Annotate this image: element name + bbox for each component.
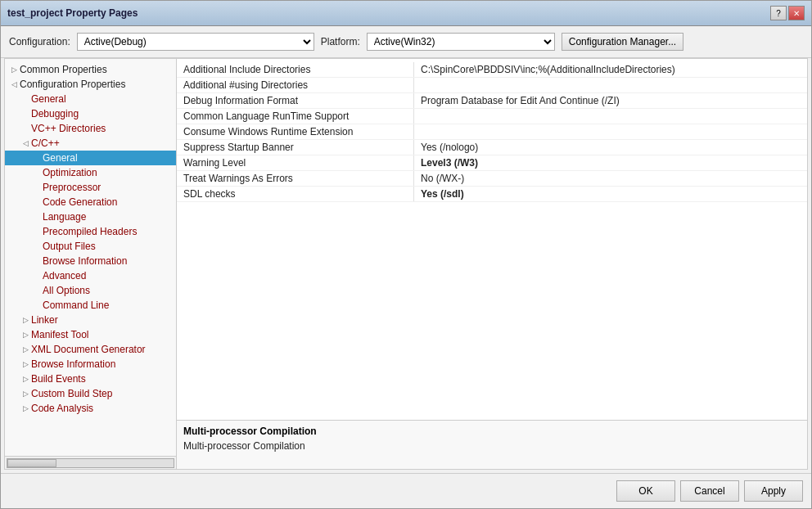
cancel-button[interactable]: Cancel — [680, 480, 739, 502]
tree-item-language[interactable]: Language — [5, 209, 176, 224]
tree-item-label: XML Document Generator — [31, 344, 146, 355]
indent-spacer — [20, 300, 31, 311]
properties-table: Additional Include DirectoriesC:\SpinCor… — [177, 59, 807, 420]
tree-item-linker[interactable]: ▷Linker — [5, 313, 176, 327]
tree-item-advanced[interactable]: Advanced — [5, 268, 176, 283]
property-row: SDL checksYes (/sdl) — [177, 187, 807, 202]
tree-item-cpp-general[interactable]: General — [5, 151, 176, 165]
tree-item-label: C/C++ — [31, 137, 60, 149]
tree-item-label: Linker — [31, 314, 58, 326]
expand-icon: ▷ — [20, 375, 31, 383]
tree-item-label: Language — [43, 211, 86, 223]
horizontal-scrollbar[interactable] — [7, 458, 174, 468]
tree-item-preprocessor[interactable]: Preprocessor — [5, 180, 176, 195]
property-row: Common Language RunTime Support — [177, 109, 807, 124]
tree-item-label: Preprocessor — [43, 182, 101, 193]
prop-name: Suppress Startup Banner — [177, 140, 414, 155]
indent-spacer — [8, 300, 20, 311]
indent-spacer — [20, 241, 31, 252]
indent-spacer — [8, 314, 20, 326]
tree-item-xml-doc-gen[interactable]: ▷XML Document Generator — [5, 342, 176, 357]
toolbar: Configuration: Active(Debug) Platform: A… — [1, 26, 811, 58]
indent-spacer — [20, 196, 31, 208]
indent-spacer — [8, 152, 20, 164]
prop-value: Yes (/sdl) — [414, 187, 807, 201]
tree-item-browse-information[interactable]: Browse Information — [5, 254, 176, 268]
expand-icon: ▷ — [8, 65, 20, 74]
tree-item-manifest-tool[interactable]: ▷Manifest Tool — [5, 327, 176, 342]
tree-item-label: VC++ Directories — [31, 123, 106, 134]
tree-item-optimization[interactable]: Optimization — [5, 165, 176, 180]
tree-item-command-line[interactable]: Command Line — [5, 298, 176, 313]
indent-spacer — [8, 196, 20, 208]
tree-item-label: Debugging — [31, 108, 79, 119]
indent-spacer — [8, 285, 20, 296]
tree-item-general[interactable]: General — [5, 92, 176, 106]
tree-item-browse-info[interactable]: ▷Browse Information — [5, 357, 176, 372]
description-panel: Multi-processor Compilation Multi-proces… — [177, 420, 807, 469]
indent-spacer — [8, 388, 20, 399]
tree-item-label: Advanced — [43, 270, 86, 282]
expand-icon: ▷ — [20, 331, 31, 339]
config-manager-button[interactable]: Configuration Manager... — [562, 33, 683, 51]
prop-value — [414, 124, 807, 139]
tree-item-vc-directories[interactable]: VC++ Directories — [5, 121, 176, 136]
tree-item-all-options[interactable]: All Options — [5, 283, 176, 298]
indent-spacer — [8, 329, 20, 340]
prop-value: Program Database for Edit And Continue (… — [414, 93, 807, 108]
property-row: Additional #using Directories — [177, 78, 807, 93]
indent-spacer — [20, 255, 31, 267]
tree-item-label: Code Analysis — [31, 403, 93, 414]
indent-spacer — [20, 167, 31, 178]
property-row: Additional Include DirectoriesC:\SpinCor… — [177, 62, 807, 78]
close-button[interactable]: ✕ — [788, 6, 805, 20]
tree-item-label: Browse Information — [31, 358, 115, 370]
tree-container: ▷Common Properties◁Configuration Propert… — [5, 59, 176, 456]
expand-icon: ▷ — [20, 360, 31, 368]
prop-value: C:\SpinCore\PBDDSIV\inc;%(AdditionalIncl… — [414, 62, 807, 77]
tree-item-cpp[interactable]: ◁C/C++ — [5, 136, 176, 151]
prop-value: No (/WX-) — [414, 171, 807, 186]
platform-select[interactable]: Active(Win32) — [367, 33, 555, 51]
prop-value: Yes (/nologo) — [414, 140, 807, 155]
right-panel: Additional Include DirectoriesC:\SpinCor… — [177, 59, 807, 469]
indent-spacer — [8, 270, 20, 282]
tree-item-configuration-properties[interactable]: ◁Configuration Properties — [5, 77, 176, 92]
indent-spacer — [20, 270, 31, 282]
tree-item-precompiled-headers[interactable]: Precompiled Headers — [5, 224, 176, 239]
expand-icon: ▷ — [20, 404, 31, 412]
description-title: Multi-processor Compilation — [183, 426, 801, 437]
help-button[interactable]: ? — [770, 6, 787, 20]
ok-button[interactable]: OK — [616, 480, 675, 502]
apply-button[interactable]: Apply — [744, 480, 803, 502]
scrollbar-thumb[interactable] — [7, 459, 56, 467]
indent-spacer — [8, 226, 20, 237]
config-label: Configuration: — [9, 36, 70, 47]
description-text: Multi-processor Compilation — [183, 440, 801, 452]
expand-icon: ▷ — [20, 345, 31, 354]
indent-spacer — [20, 211, 31, 223]
prop-name: Warning Level — [177, 155, 414, 170]
tree-item-build-events[interactable]: ▷Build Events — [5, 372, 176, 386]
indent-spacer — [8, 373, 20, 385]
bottom-bar: OK Cancel Apply — [1, 473, 811, 508]
prop-name: Common Language RunTime Support — [177, 109, 414, 124]
property-row: Consume Windows Runtime Extension — [177, 124, 807, 140]
tree-item-code-analysis[interactable]: ▷Code Analysis — [5, 401, 176, 416]
tree-item-label: Command Line — [43, 300, 109, 311]
tree-item-code-generation[interactable]: Code Generation — [5, 195, 176, 209]
tree-item-custom-build-step[interactable]: ▷Custom Build Step — [5, 386, 176, 401]
tree-item-label: Optimization — [43, 167, 97, 178]
tree-item-label: Custom Build Step — [31, 388, 112, 399]
expand-icon: ▷ — [20, 390, 31, 398]
property-row: Suppress Startup BannerYes (/nologo) — [177, 140, 807, 155]
prop-name: Additional Include Directories — [177, 62, 414, 77]
prop-name: SDL checks — [177, 187, 414, 201]
tree-item-output-files[interactable]: Output Files — [5, 239, 176, 254]
tree-item-label: Precompiled Headers — [43, 226, 137, 237]
tree-item-debugging[interactable]: Debugging — [5, 106, 176, 121]
config-select[interactable]: Active(Debug) — [77, 33, 314, 51]
indent-spacer — [8, 123, 20, 134]
tree-item-common-properties[interactable]: ▷Common Properties — [5, 62, 176, 77]
indent-spacer — [8, 211, 20, 223]
